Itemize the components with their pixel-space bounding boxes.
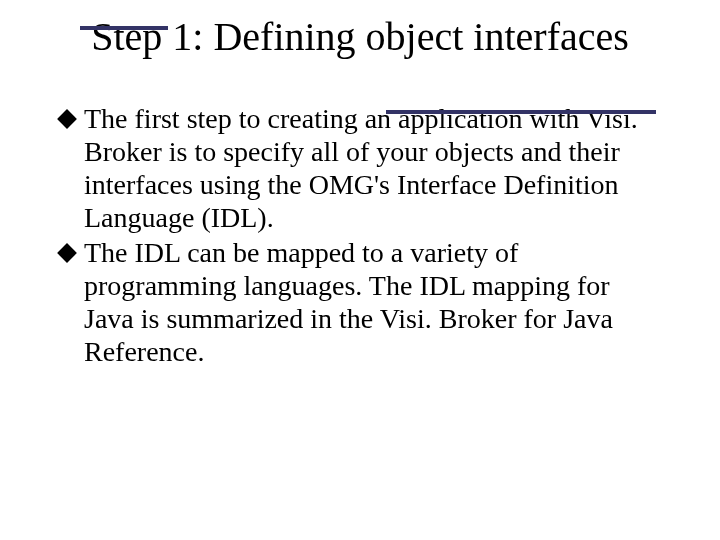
slide-title: Step 1: Defining object interfaces: [90, 14, 630, 60]
bullet-text: The first step to creating an applicatio…: [84, 102, 660, 234]
diamond-bullet-icon: [57, 243, 77, 263]
list-item: The IDL can be mapped to a variety of pr…: [60, 236, 660, 368]
title-block: Step 1: Defining object interfaces: [0, 0, 720, 60]
slide-body: The first step to creating an applicatio…: [60, 102, 660, 368]
title-rule-top: [80, 26, 168, 30]
slide: Step 1: Defining object interfaces The f…: [0, 0, 720, 540]
title-rule-bottom: [386, 110, 656, 114]
list-item: The first step to creating an applicatio…: [60, 102, 660, 234]
diamond-bullet-icon: [57, 109, 77, 129]
bullet-text: The IDL can be mapped to a variety of pr…: [84, 236, 660, 368]
